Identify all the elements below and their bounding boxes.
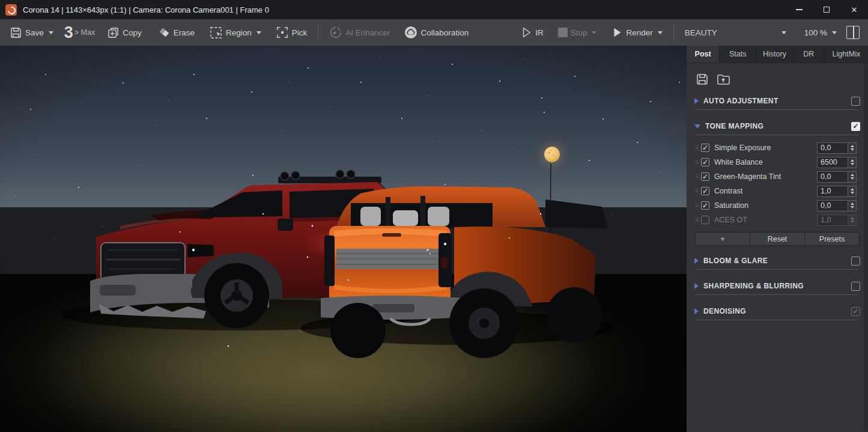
- toolbar-separator: [318, 25, 318, 40]
- reset-button[interactable]: Reset: [750, 232, 805, 246]
- collapse-arrow-icon[interactable]: [694, 124, 700, 129]
- tab-stats[interactable]: Stats: [720, 46, 756, 62]
- white-balance-input[interactable]: 6500: [817, 157, 848, 168]
- section-auto-adjustment: AUTO ADJUSTMENT: [694, 94, 860, 110]
- section-sharpening-blurring: SHARPENING & BLURRING: [694, 279, 860, 295]
- tab-dr[interactable]: DR: [794, 46, 825, 62]
- zoom-select[interactable]: 100 %: [800, 19, 842, 46]
- drag-handle-icon[interactable]: ⠿: [695, 188, 701, 194]
- ir-play-icon: [520, 26, 532, 38]
- tab-history[interactable]: History: [756, 46, 793, 62]
- corona-frame-buffer-window: Corona 14 | 1143×643px (1:1) | Camera: C…: [0, 0, 868, 432]
- presets-button[interactable]: Presets: [805, 232, 860, 246]
- row-green-magenta-tint: ⠿ ✓ Green-Magenta Tint 0,0: [695, 169, 860, 184]
- save-icon: [10, 26, 22, 39]
- collaboration-button[interactable]: Collaboration: [399, 19, 474, 46]
- white-balance-spinner[interactable]: [848, 157, 857, 168]
- drag-handle-icon[interactable]: ⠿: [695, 202, 701, 208]
- split-view-button[interactable]: [846, 26, 860, 39]
- green-magenta-tint-input[interactable]: 0,0: [817, 171, 848, 183]
- collaboration-icon: [404, 25, 418, 40]
- main-toolbar: Save 3 > Max Copy Erase Region: [0, 19, 868, 46]
- row-saturation: ⠿ ✓ Saturation 0,0: [695, 198, 860, 213]
- expand-arrow-icon[interactable]: [694, 98, 699, 104]
- section-denoising: DENOISING ✓: [694, 305, 860, 320]
- section-bloom-glare: BLOOM & GLARE: [694, 254, 860, 270]
- saturation-spinner[interactable]: [848, 200, 857, 211]
- render-button[interactable]: Render: [606, 19, 667, 46]
- render-viewport[interactable]: [0, 46, 687, 432]
- maximize-button[interactable]: [813, 0, 840, 19]
- render-play-icon: [611, 26, 623, 38]
- drag-handle-icon[interactable]: ⠿: [695, 217, 701, 223]
- saturation-input[interactable]: 0,0: [817, 200, 848, 211]
- ai-enhancer-icon: [329, 26, 342, 39]
- copy-icon: [107, 26, 120, 39]
- corona-logo-icon: [5, 4, 17, 16]
- pick-button[interactable]: Pick: [271, 19, 312, 46]
- simple-exposure-spinner[interactable]: [848, 142, 857, 154]
- region-icon: [209, 26, 223, 40]
- auto-adjustment-checkbox[interactable]: [851, 97, 860, 106]
- aces-ot-checkbox[interactable]: [701, 216, 709, 224]
- erase-icon: [157, 26, 171, 38]
- section-title[interactable]: SHARPENING & BLURRING: [703, 282, 851, 290]
- row-aces-ot: ⠿ ACES OT 1,0: [695, 213, 860, 227]
- panel-scrollbar[interactable]: [864, 63, 868, 431]
- stop-button: Stop: [553, 19, 602, 46]
- aces-ot-input: 1,0: [817, 214, 848, 226]
- contrast-checkbox[interactable]: ✓: [701, 187, 709, 195]
- pick-icon: [276, 26, 289, 39]
- denoising-checkbox: ✓: [851, 307, 860, 316]
- green-magenta-tint-spinner[interactable]: [848, 171, 857, 183]
- contrast-spinner[interactable]: [848, 186, 857, 197]
- copy-button[interactable]: Copy: [102, 19, 147, 46]
- orange-truck: [321, 186, 608, 358]
- minimize-button[interactable]: [785, 0, 813, 19]
- channel-select[interactable]: BEAUTY: [680, 19, 791, 46]
- load-settings-icon: [716, 73, 730, 86]
- close-button[interactable]: ✕: [840, 0, 868, 19]
- post-tab-content: AUTO ADJUSTMENT TONE MAPPING ✓ ⠿ ✓ Simpl…: [687, 63, 868, 431]
- aces-ot-spinner: [848, 214, 857, 226]
- ai-enhancer-button: AI Enhancer: [324, 19, 395, 46]
- load-settings-button[interactable]: [716, 73, 730, 86]
- add-operator-button[interactable]: +: [695, 232, 750, 246]
- save-settings-icon: [696, 73, 709, 86]
- sharpening-blurring-checkbox[interactable]: [851, 282, 860, 291]
- section-title[interactable]: DENOISING: [703, 307, 851, 315]
- pass-limit: > Max: [74, 28, 95, 37]
- expand-arrow-icon[interactable]: [694, 258, 699, 264]
- tab-lightmix[interactable]: LightMix: [825, 46, 868, 62]
- row-white-balance: ⠿ ✓ White Balance 6500: [695, 155, 860, 169]
- simple-exposure-checkbox[interactable]: ✓: [701, 144, 709, 152]
- drag-handle-icon[interactable]: ⠿: [695, 174, 701, 180]
- expand-arrow-icon[interactable]: [694, 308, 699, 314]
- drag-handle-icon[interactable]: ⠿: [695, 145, 701, 151]
- contrast-input[interactable]: 1,0: [817, 186, 848, 197]
- drag-handle-icon[interactable]: ⠿: [695, 159, 701, 165]
- tone-mapping-checkbox[interactable]: ✓: [851, 122, 860, 131]
- row-simple-exposure: ⠿ ✓ Simple Exposure 0,0: [695, 141, 860, 155]
- save-button[interactable]: Save: [5, 19, 58, 46]
- bloom-glare-checkbox[interactable]: [851, 257, 860, 266]
- saturation-checkbox[interactable]: ✓: [701, 201, 709, 210]
- white-balance-checkbox[interactable]: ✓: [701, 158, 709, 166]
- section-title[interactable]: TONE MAPPING: [705, 122, 851, 130]
- section-title[interactable]: AUTO ADJUSTMENT: [703, 97, 851, 105]
- section-title[interactable]: BLOOM & GLARE: [703, 257, 851, 265]
- window-title: Corona 14 | 1143×643px (1:1) | Camera: C…: [23, 5, 269, 14]
- simple-exposure-input[interactable]: 0,0: [817, 142, 848, 154]
- trucks-render: [0, 46, 687, 432]
- save-settings-button[interactable]: [696, 73, 709, 86]
- tab-post[interactable]: Post: [687, 46, 720, 62]
- expand-arrow-icon[interactable]: [694, 283, 699, 289]
- green-magenta-tint-checkbox[interactable]: ✓: [701, 172, 709, 181]
- panel-tab-bar: Post Stats History DR LightMix: [687, 46, 868, 63]
- region-button[interactable]: Region: [204, 19, 266, 46]
- ir-button[interactable]: IR: [515, 19, 548, 46]
- stop-icon: [558, 28, 568, 37]
- section-tone-mapping: TONE MAPPING ✓ ⠿ ✓ Simple Exposure 0,0 ⠿…: [694, 120, 860, 246]
- erase-button[interactable]: Erase: [153, 19, 199, 46]
- title-bar: Corona 14 | 1143×643px (1:1) | Camera: C…: [0, 0, 868, 19]
